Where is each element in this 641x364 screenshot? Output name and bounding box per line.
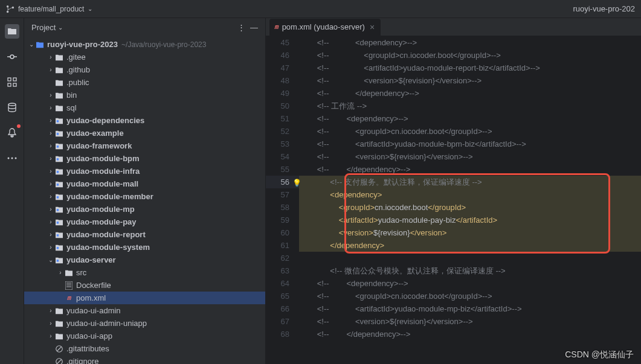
svg-rect-18 bbox=[57, 209, 59, 211]
code-line[interactable]: 53 <!-- <artifactId>yudao-module-bpm-biz… bbox=[266, 138, 641, 150]
line-number: 67 bbox=[266, 315, 299, 328]
tree-item[interactable]: ›yudao-module-infra bbox=[24, 165, 265, 177]
code-editor[interactable]: 45 <!-- <dependency>-->46 <!-- <groupId>… bbox=[266, 36, 641, 364]
code-line[interactable]: 54 <!-- <version>${revision}</version>--… bbox=[266, 150, 641, 163]
folder-icon bbox=[54, 91, 64, 100]
code-text: <!-- 微信公众号模块。默认注释，保证编译速度 --> bbox=[299, 264, 641, 277]
tree-item[interactable]: ›yudao-module-pay bbox=[24, 216, 265, 228]
code-line[interactable]: 52 <!-- <groupId>cn.iocoder.boot</groupI… bbox=[266, 125, 641, 138]
file-tree[interactable]: ⌄ ruoyi-vue-pro-2023 ~/Java/ruoyi-vue-pr… bbox=[24, 37, 265, 364]
tree-item[interactable]: ›.github bbox=[24, 63, 265, 76]
code-line[interactable]: 45 <!-- <dependency>--> bbox=[266, 36, 641, 49]
chevron-icon: › bbox=[47, 320, 54, 327]
git-icon bbox=[54, 357, 64, 365]
folder-icon bbox=[54, 66, 64, 74]
tree-item[interactable]: ›yudao-module-member bbox=[24, 190, 265, 203]
branch-selector[interactable]: feature/mall_product ⌄ bbox=[6, 5, 92, 13]
branch-icon bbox=[6, 5, 14, 13]
project-view-button[interactable] bbox=[5, 24, 19, 39]
code-line[interactable]: 68 <!-- </dependency>--> bbox=[266, 328, 641, 340]
tree-item[interactable]: .public bbox=[24, 76, 265, 89]
sidebar-title[interactable]: Project ⌄ bbox=[31, 23, 63, 32]
code-text: <!-- <groupId>cn.iocoder.boot</groupId>-… bbox=[299, 125, 641, 138]
code-line[interactable]: 60 <version>${revision}</version> bbox=[266, 226, 641, 239]
code-text: <!-- <version>${revision}</version>--> bbox=[299, 74, 641, 87]
commit-button[interactable] bbox=[5, 49, 19, 64]
tree-label: yudao-example bbox=[66, 129, 124, 138]
line-number: 65 bbox=[266, 290, 299, 302]
more-icon[interactable]: ⋮ bbox=[237, 23, 245, 32]
code-line[interactable]: 56💡 <!-- 支付服务。默认注释，保证编译速度 --> bbox=[266, 176, 641, 188]
line-number: 47 bbox=[266, 62, 299, 74]
code-line[interactable]: 57 <dependency> bbox=[266, 188, 641, 201]
chevron-icon: › bbox=[47, 180, 54, 187]
tree-item[interactable]: ›src bbox=[24, 266, 265, 279]
code-text: <dependency> bbox=[299, 188, 641, 201]
code-line[interactable]: 48 <!-- <version>${revision}</version>--… bbox=[266, 74, 641, 87]
code-text: <!-- </dependency>--> bbox=[299, 328, 641, 340]
tree-label: sql bbox=[66, 103, 77, 112]
code-line[interactable]: 55 <!-- </dependency>--> bbox=[266, 163, 641, 176]
code-line[interactable]: 67 <!-- <version>${revision}</version>--… bbox=[266, 315, 641, 328]
code-text: <!-- <dependency>--> bbox=[299, 277, 641, 290]
code-text: <!-- </dependency>--> bbox=[299, 87, 641, 100]
code-line[interactable]: 50 <!-- 工作流 --> bbox=[266, 100, 641, 112]
bulb-icon[interactable]: 💡 bbox=[292, 177, 301, 190]
tree-item[interactable]: ›yudao-ui-admin-uniapp bbox=[24, 317, 265, 330]
code-line[interactable]: 65 <!-- <groupId>cn.iocoder.boot</groupI… bbox=[266, 290, 641, 302]
tree-label: yudao-ui-admin bbox=[66, 306, 121, 315]
tree-item[interactable]: mpom.xml bbox=[24, 292, 265, 304]
structure-button[interactable] bbox=[5, 75, 19, 89]
tree-label: pom.xml bbox=[76, 293, 106, 302]
line-number: 63 bbox=[266, 264, 299, 277]
tree-item[interactable]: Dockerfile bbox=[24, 279, 265, 292]
tree-label: yudao-module-infra bbox=[66, 167, 140, 176]
folder-icon bbox=[54, 104, 64, 112]
folder-icon bbox=[54, 53, 64, 62]
tree-item[interactable]: ›yudao-ui-admin bbox=[24, 304, 265, 317]
code-line[interactable]: 47 <!-- <artifactId>yudao-module-report-… bbox=[266, 62, 641, 74]
tree-item[interactable]: ›yudao-module-system bbox=[24, 241, 265, 254]
code-line[interactable]: 49 <!-- </dependency>--> bbox=[266, 87, 641, 100]
chevron-icon: › bbox=[47, 244, 54, 251]
tree-item[interactable]: ›bin bbox=[24, 89, 265, 101]
code-line[interactable]: 61 </dependency> bbox=[266, 239, 641, 252]
code-text: <!-- <groupId>cn.iocoder.boot</groupId>-… bbox=[299, 290, 641, 302]
tree-item[interactable]: ›sql bbox=[24, 101, 265, 114]
notifications-button[interactable] bbox=[5, 126, 19, 140]
chevron-icon: › bbox=[47, 54, 54, 60]
svg-rect-4 bbox=[8, 83, 11, 86]
tree-item[interactable]: ›yudao-framework bbox=[24, 139, 265, 152]
tree-label: bin bbox=[66, 91, 77, 100]
tree-item[interactable]: ›yudao-dependencies bbox=[24, 114, 265, 127]
tree-item[interactable]: ›yudao-module-mp bbox=[24, 203, 265, 216]
tree-item[interactable]: ›yudao-ui-app bbox=[24, 330, 265, 342]
code-line[interactable]: 51 <!-- <dependency>--> bbox=[266, 112, 641, 125]
tree-item[interactable]: ⌄yudao-server bbox=[24, 254, 265, 266]
tree-item[interactable]: .gitattributes bbox=[24, 342, 265, 355]
svg-line-28 bbox=[57, 346, 62, 351]
module-icon bbox=[54, 256, 64, 264]
tab-pom-xml[interactable]: m pom.xml (yudao-server) × bbox=[269, 19, 381, 36]
database-button[interactable] bbox=[5, 100, 19, 115]
tree-item[interactable]: ›yudao-module-mall bbox=[24, 177, 265, 190]
tree-root[interactable]: ⌄ ruoyi-vue-pro-2023 ~/Java/ruoyi-vue-pr… bbox=[24, 38, 265, 51]
tree-item[interactable]: ›yudao-module-bpm bbox=[24, 152, 265, 165]
chevron-icon: › bbox=[47, 307, 54, 314]
code-line[interactable]: 63 <!-- 微信公众号模块。默认注释，保证编译速度 --> bbox=[266, 264, 641, 277]
tree-item[interactable]: ›.gitee bbox=[24, 51, 265, 63]
hide-icon[interactable]: — bbox=[250, 23, 258, 32]
code-line[interactable]: 58 <groupId>cn.iocoder.boot</groupId> bbox=[266, 201, 641, 214]
close-icon[interactable]: × bbox=[369, 22, 376, 32]
svg-rect-15 bbox=[57, 171, 59, 173]
code-line[interactable]: 59 <artifactId>yudao-module-pay-biz</art… bbox=[266, 214, 641, 226]
code-line[interactable]: 66 <!-- <artifactId>yudao-module-mp-biz<… bbox=[266, 302, 641, 315]
code-line[interactable]: 62 bbox=[266, 252, 641, 264]
more-button[interactable] bbox=[5, 151, 19, 165]
tree-item[interactable]: ›yudao-module-report bbox=[24, 228, 265, 241]
line-number: 49 bbox=[266, 87, 299, 100]
code-line[interactable]: 64 <!-- <dependency>--> bbox=[266, 277, 641, 290]
code-line[interactable]: 46 <!-- <groupId>cn.iocoder.boot</groupI… bbox=[266, 49, 641, 62]
tree-item[interactable]: .gitignore bbox=[24, 355, 265, 364]
tree-item[interactable]: ›yudao-example bbox=[24, 127, 265, 139]
